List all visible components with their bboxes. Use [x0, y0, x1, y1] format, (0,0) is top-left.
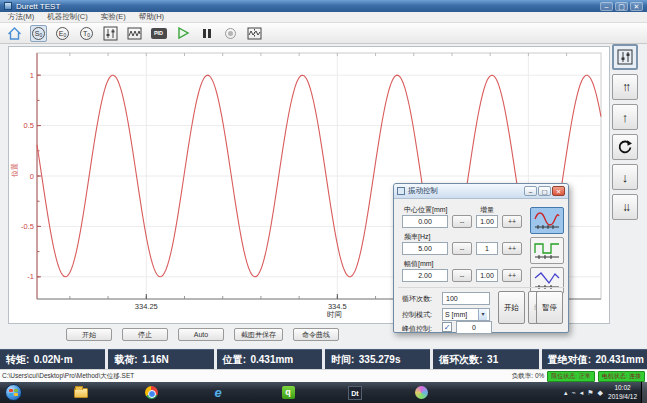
chart-stop-button[interactable]: 停止	[122, 328, 168, 341]
dialog-maximize-button[interactable]: ▢	[538, 186, 551, 196]
dt-app-icon: Dt	[348, 386, 362, 400]
frequency-increment-button[interactable]: ++	[502, 242, 522, 255]
menu-item-machine-control[interactable]: 机器控制(C)	[47, 12, 87, 22]
pause-button[interactable]	[198, 25, 215, 42]
peak-control-input[interactable]: 0	[456, 321, 492, 334]
show-desktop-button[interactable]	[641, 382, 647, 403]
minimize-button[interactable]: –	[600, 2, 613, 11]
svg-text:334.25: 334.25	[135, 302, 158, 311]
menu-item-experiment[interactable]: 实验(E)	[101, 12, 126, 22]
tray-update-icon[interactable]: ◆	[598, 389, 603, 397]
folder-icon	[74, 388, 88, 398]
chart-start-button[interactable]: 开始	[66, 328, 112, 341]
frequency-label: 频率[Hz]	[404, 232, 430, 242]
double-up-arrow-icon: ↑↑	[622, 80, 628, 94]
tray-date: 2019/4/12	[608, 392, 637, 401]
center-increment-button[interactable]: ++	[502, 215, 522, 228]
mode-s-icon: S0	[32, 27, 45, 40]
pause-icon	[203, 29, 211, 38]
center-increment-input[interactable]: 1.00	[476, 215, 498, 228]
rotate-icon	[617, 139, 633, 155]
dialog-title: 振动控制	[408, 186, 438, 196]
sine-wave-icon	[533, 210, 561, 232]
chart-auto-button[interactable]: Auto	[178, 328, 224, 341]
cycles-label: 循环次数:	[402, 294, 432, 304]
taskbar-chrome-button[interactable]	[138, 384, 164, 401]
pid-icon: PID	[151, 28, 167, 39]
control-mode-select[interactable]: ▾ S [mm]	[442, 308, 490, 321]
fast-down-button[interactable]: ↓↓	[612, 194, 638, 220]
taskbar-dt-app-button[interactable]: Dt	[342, 384, 368, 401]
tray-usb-icon[interactable]: ⚑	[587, 389, 593, 397]
sine-wave-button[interactable]	[530, 207, 564, 234]
tray-hidden-icons-button[interactable]: ▴	[564, 389, 568, 397]
vibration-control-dialog: 振动控制 – ▢ ✕ 中心位置[mm] 增量 0.00 -- 1.00 ++ 频…	[393, 183, 569, 333]
fast-up-button[interactable]: ↑↑	[612, 74, 638, 100]
chart-command-curve-button[interactable]: 命令曲线	[293, 328, 339, 341]
peak-control-checkbox[interactable]: ✓	[442, 322, 452, 332]
amplitude-input[interactable]: 2.00	[402, 269, 448, 282]
svg-text:-0.5: -0.5	[21, 222, 34, 231]
taskbar-qq-button[interactable]: q	[275, 384, 301, 401]
up-button[interactable]: ↑	[612, 104, 638, 130]
amplitude-label: 幅值[mm]	[404, 259, 434, 269]
start-button[interactable]	[5, 384, 22, 401]
menu-item-help[interactable]: 帮助(H)	[139, 12, 164, 22]
waveform-button[interactable]	[126, 25, 143, 42]
increment-label: 增量	[480, 205, 494, 215]
method-file-path: C:\Users\cui\Desktop\Pro\Method\大位移.SET	[0, 372, 134, 381]
tray-volume-icon[interactable]: ◂	[580, 389, 584, 397]
down-arrow-icon: ↓	[622, 170, 629, 185]
jog-settings-button[interactable]	[612, 44, 638, 70]
x-axis-label: 时间	[327, 310, 342, 320]
status-load: 载荷: 1.16N	[108, 349, 213, 369]
triangle-wave-button[interactable]	[530, 267, 564, 294]
amplitude-increment-input[interactable]: 1.00	[476, 269, 498, 282]
dialog-pause-button[interactable]: 暂停	[536, 291, 563, 324]
run-button[interactable]	[174, 25, 191, 42]
levels-button[interactable]	[102, 25, 119, 42]
scope-icon	[247, 26, 262, 41]
frequency-decrement-button[interactable]: --	[452, 242, 472, 255]
amplitude-increment-button[interactable]: ++	[502, 269, 522, 282]
home-button[interactable]	[6, 25, 23, 42]
status-torque: 转矩: 0.02N·m	[0, 349, 105, 369]
qq-icon: q	[282, 386, 295, 399]
center-decrement-button[interactable]: --	[452, 215, 472, 228]
mode-e-button[interactable]: E0	[54, 25, 71, 42]
svg-text:0: 0	[30, 172, 34, 181]
taskbar-ie-button[interactable]: e	[205, 384, 231, 401]
pid-button[interactable]: PID	[150, 25, 167, 42]
menu-item-method[interactable]: 方法(M)	[8, 12, 34, 22]
status-absolute-position: 置绝对值: 20.431mm	[542, 349, 647, 369]
svg-text:-1: -1	[27, 272, 34, 281]
paint-icon	[415, 386, 428, 399]
motor-status-badge: 电机状态: 连接	[598, 371, 645, 382]
dialog-start-button[interactable]: 开始	[498, 291, 525, 324]
scope-button[interactable]	[246, 25, 263, 42]
rotate-button[interactable]	[612, 134, 638, 160]
stop-button[interactable]	[222, 25, 239, 42]
dialog-close-button[interactable]: ✕	[552, 186, 565, 196]
frequency-input[interactable]: 5.00	[402, 242, 448, 255]
tray-network-icon[interactable]: ⌁	[572, 389, 576, 397]
taskbar-clock[interactable]: 10:02 2019/4/12	[608, 383, 637, 401]
dialog-minimize-button[interactable]: –	[524, 186, 537, 196]
cycles-input[interactable]: 100	[442, 292, 490, 305]
footer-bar: C:\Users\cui\Desktop\Pro\Method\大位移.SET …	[0, 369, 647, 382]
home-icon	[7, 26, 22, 41]
mode-t-button[interactable]: T0	[78, 25, 95, 42]
mode-s-button[interactable]: S0	[30, 25, 47, 42]
taskbar-explorer-button[interactable]	[68, 384, 94, 401]
window-title: Durett TEST	[16, 2, 60, 11]
amplitude-decrement-button[interactable]: --	[452, 269, 472, 282]
close-button[interactable]: ✕	[630, 2, 643, 11]
chart-snapshot-button[interactable]: 截图并保存	[234, 328, 283, 341]
center-position-input[interactable]: 0.00	[402, 215, 448, 228]
dialog-title-bar[interactable]: 振动控制 – ▢ ✕	[394, 184, 568, 199]
square-wave-button[interactable]	[530, 237, 564, 264]
down-button[interactable]: ↓	[612, 164, 638, 190]
frequency-increment-input[interactable]: 1	[476, 242, 498, 255]
maximize-button[interactable]: ▢	[615, 2, 628, 11]
taskbar-paint-button[interactable]	[408, 384, 434, 401]
